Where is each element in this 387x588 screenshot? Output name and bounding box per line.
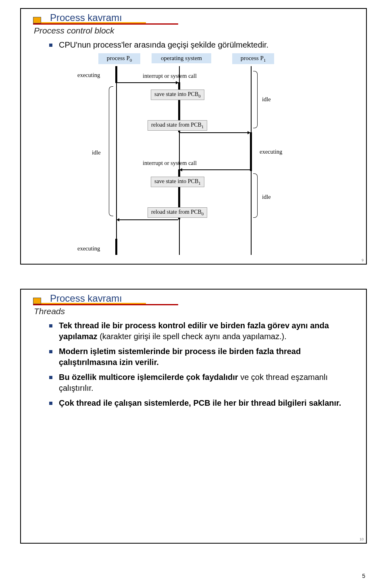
- bullet: CPU'nun process'ler arasında geçişi şeki…: [49, 40, 354, 50]
- column-header-p1: process P1: [232, 53, 274, 64]
- context-switch-diagram: process P0 operating system process P1 e…: [73, 53, 307, 259]
- title-block: Process kavramı: [33, 292, 130, 302]
- dots-icon: •••: [178, 190, 180, 197]
- label-interrupt: interrupt or system call: [143, 160, 197, 167]
- box-save-pcb1: save state into PCB1: [151, 177, 204, 187]
- slide-title: Process kavramı: [50, 12, 122, 23]
- column-header-p0: process P0: [98, 53, 140, 64]
- label-idle: idle: [262, 194, 271, 200]
- box-save-pcb0: save state into PCB0: [151, 90, 204, 100]
- slide-title: Process kavramı: [50, 293, 122, 304]
- arrow: [180, 169, 250, 170]
- label-idle: idle: [92, 149, 101, 156]
- bullet: Bu özellik multicore işlemcilerde çok fa…: [49, 372, 354, 394]
- box-reload-pcb0: reload state from PCB0: [148, 207, 207, 218]
- slide-content: CPU'nun process'ler arasında geçişi şeki…: [49, 40, 354, 54]
- slide-number: 10: [360, 537, 364, 541]
- slide-subtitle: Threads: [34, 307, 65, 316]
- slide-process-control-block: Process kavramı Process control block CP…: [20, 8, 367, 265]
- arrow: [180, 132, 250, 133]
- label-interrupt: interrupt or system call: [143, 73, 197, 79]
- slide-number: 9: [362, 258, 364, 262]
- slide-threads: Process kavramı Threads Tek thread ile b…: [20, 289, 367, 544]
- label-idle: idle: [262, 96, 271, 103]
- label-executing: executing: [260, 148, 282, 155]
- label-executing: executing: [77, 72, 100, 79]
- slide-content: Tek thread ile bir process kontrol edili…: [49, 320, 354, 413]
- arrow: [117, 82, 178, 83]
- title-block: Process kavramı: [33, 11, 130, 21]
- page-number: 5: [362, 573, 365, 579]
- dots-icon: •••: [178, 102, 180, 110]
- arrow: [117, 219, 178, 220]
- bullet: Tek thread ile bir process kontrol edili…: [49, 320, 354, 342]
- box-reload-pcb1: reload state from PCB1: [148, 120, 207, 131]
- label-executing: executing: [77, 245, 100, 252]
- bullet: Modern işletim sistemlerinde bir process…: [49, 346, 354, 368]
- column-header-os: operating system: [152, 53, 211, 63]
- bullet: Çok thread ile çalışan sistemlerde, PCB …: [49, 398, 354, 409]
- slide-subtitle: Process control block: [34, 26, 114, 35]
